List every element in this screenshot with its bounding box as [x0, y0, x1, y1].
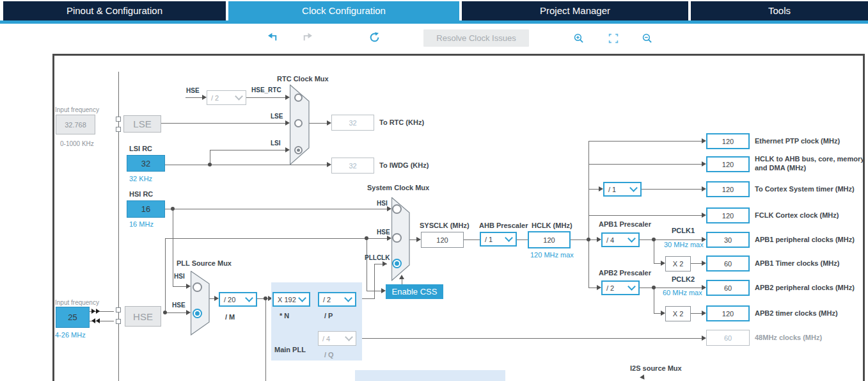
sysmux-radio-hsi[interactable] — [392, 204, 402, 214]
clk48-label: 48MHz clocks (MHz) — [755, 334, 822, 341]
pllmux-radio-hse[interactable] — [193, 309, 202, 318]
hclk-max-label: 120 MHz max — [530, 251, 574, 259]
tab-clock-configuration[interactable]: Clock Configuration — [228, 1, 459, 20]
arrow — [214, 296, 219, 301]
ahb-prescaler-label: AHB Prescaler — [479, 222, 528, 229]
hse-rtc-label: HSE_RTC — [251, 86, 281, 93]
double-arrow-right — [96, 309, 100, 314]
double-arrow-left — [91, 318, 95, 323]
wire — [588, 189, 599, 190]
apb2-prescaler-dropdown[interactable]: / 2 — [601, 280, 640, 295]
wire — [642, 189, 702, 190]
cortex-timer-value-box[interactable]: 120 — [706, 181, 750, 197]
apb2-peripheral-value-box[interactable]: 60 — [706, 280, 750, 296]
to-iwdg-value-box: 32 — [331, 158, 374, 174]
hclk-ahb-label: HCLK to AHB bus, core, memory and DMA (M… — [755, 155, 868, 173]
apb2-timer-value-box[interactable]: 120 — [706, 305, 750, 321]
sysmux-radio-hse[interactable] — [392, 233, 402, 243]
chevron-down-icon — [245, 294, 253, 302]
arrow — [186, 284, 191, 289]
sysclk-label: SYSCLK (MHz) — [420, 222, 470, 229]
pll-muln-dropdown[interactable]: X 192 — [272, 292, 310, 307]
apb1-peripheral-value-box[interactable]: 30 — [706, 232, 750, 248]
rtc-mux-radio-lsi[interactable] — [294, 146, 303, 154]
sysmux-pllclk-label: PLLCLK — [365, 254, 390, 261]
rtc-mux-radio-hse-rtc[interactable] — [294, 93, 303, 102]
apb1-prescaler-dropdown[interactable]: / 4 — [601, 232, 640, 247]
arrow — [702, 213, 706, 218]
sysclk-value-box[interactable]: 120 — [421, 232, 464, 248]
pllmux-radio-hsi[interactable] — [193, 282, 202, 292]
pll-divq-value: / 4 — [322, 335, 330, 343]
wire — [357, 338, 702, 339]
hclk-ahb-value-box[interactable]: 120 — [706, 156, 750, 172]
enable-css-button[interactable]: Enable CSS — [386, 284, 443, 299]
fit-to-screen-icon[interactable] — [608, 33, 619, 44]
arrow — [702, 336, 706, 341]
zoom-in-icon[interactable] — [573, 33, 584, 44]
pclk2-label: PCLK2 — [672, 275, 695, 283]
plli2s-panel — [355, 370, 505, 381]
pll-source-mux-shape — [191, 271, 210, 336]
rtc-mux-radio-lse[interactable] — [294, 119, 303, 127]
sysmux-radio-pllclk[interactable] — [392, 259, 402, 268]
pll-divp-dropdown[interactable]: / 2 — [318, 292, 356, 307]
redo-icon[interactable] — [302, 32, 313, 43]
junction-dot — [652, 238, 656, 241]
wire — [265, 298, 266, 381]
system-clock-mux-title: System Clock Mux — [367, 184, 429, 191]
ahb-prescaler-dropdown[interactable]: / 1 — [480, 232, 517, 247]
hsi-freq-label: 16 MHz — [129, 220, 154, 228]
pll-divq-dropdown: / 4 — [318, 331, 356, 346]
lsi-rc-title: LSI RC — [129, 145, 152, 152]
wire — [409, 239, 416, 240]
ahb-prescaler-value: / 1 — [485, 236, 493, 243]
pllmux-hsi-label: HSI — [174, 273, 185, 280]
ethernet-ptp-value-box[interactable]: 120 — [706, 133, 750, 149]
arrow — [285, 147, 290, 152]
pll-divp-label: / P — [324, 312, 333, 320]
apb1-max-label: 30 MHz max — [664, 241, 704, 248]
zoom-out-icon[interactable] — [642, 33, 652, 44]
tab-pinout-configuration[interactable]: Pinout & Configuration — [3, 1, 226, 20]
apb1-timer-multiplier-box: X 2 — [665, 256, 691, 272]
wire — [165, 209, 387, 209]
wire — [654, 239, 654, 264]
arrow — [285, 95, 290, 100]
arrow — [702, 138, 706, 143]
wire — [464, 239, 480, 240]
resolve-clock-issues-button[interactable]: Resolve Clock Issues — [423, 29, 529, 47]
arrow — [186, 310, 191, 315]
undo-icon[interactable] — [267, 32, 278, 43]
rtc-hse-prescaler-value: / 2 — [211, 94, 219, 102]
tab-tools[interactable]: Tools — [691, 1, 868, 20]
apb1-timer-value-box[interactable]: 60 — [706, 255, 750, 272]
arrow — [327, 120, 331, 126]
rtc-hse-prescaler-dropdown: / 2 — [207, 90, 246, 105]
wire — [185, 97, 202, 98]
cortex-prescaler-dropdown[interactable]: / 1 — [603, 182, 642, 197]
arrow — [383, 261, 387, 266]
pllmux-hse-label: HSE — [172, 302, 185, 309]
hsi-rc-box[interactable]: 16 — [127, 200, 165, 218]
hclk-value-box[interactable]: 120 — [528, 231, 571, 248]
arrow — [661, 261, 665, 266]
reset-clock-icon[interactable] — [368, 31, 381, 44]
arrow — [702, 311, 706, 316]
junction-dot — [365, 236, 368, 240]
rtc-lse-label: LSE — [271, 113, 283, 120]
lsi-rc-box[interactable]: 32 — [127, 155, 165, 172]
i2s-source-mux-title: I2S source Mux — [630, 364, 682, 372]
chevron-down-icon — [345, 333, 353, 341]
wire — [640, 288, 702, 288]
hse-input-frequency-field[interactable]: 25 — [56, 307, 90, 328]
fclk-value-box[interactable]: 120 — [706, 207, 750, 223]
apb2-peripheral-label: APB2 peripheral clocks (MHz) — [755, 284, 855, 291]
tab-project-manager[interactable]: Project Manager — [462, 1, 688, 20]
hse-input-frequency-label: Input frequency — [55, 299, 99, 306]
pll-divm-dropdown[interactable]: / 20 — [219, 292, 257, 307]
rtc-hse-label: HSE — [186, 87, 200, 94]
wire — [588, 141, 702, 142]
wire — [173, 286, 186, 287]
hsi-rc-title: HSI RC — [129, 190, 153, 198]
